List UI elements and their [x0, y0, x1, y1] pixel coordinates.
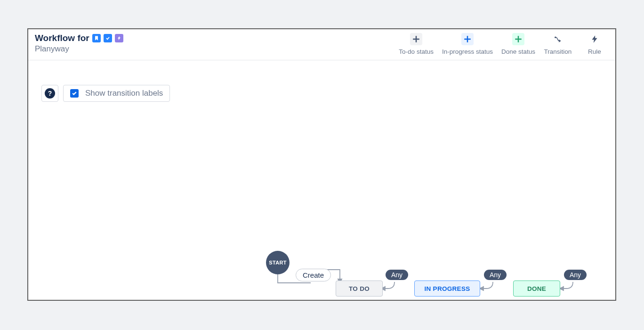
start-node[interactable]: START: [266, 251, 290, 274]
controls-row: ? Show transition labels: [41, 85, 170, 102]
title-block: Workflow for Planyway: [35, 33, 123, 54]
checkbox-checked-icon: [70, 89, 79, 98]
svg-point-0: [555, 37, 556, 38]
title-row: Workflow for: [35, 33, 123, 43]
create-transition-label[interactable]: Create: [296, 269, 331, 281]
bolt-icon: [588, 33, 601, 45]
add-done-status-button[interactable]: Done status: [501, 33, 535, 55]
show-transition-labels-toggle[interactable]: Show transition labels: [63, 85, 170, 102]
epic-type-icon: [115, 34, 123, 42]
help-button[interactable]: ?: [41, 85, 58, 102]
task-type-icon: [104, 34, 112, 42]
plus-icon: [512, 33, 524, 45]
add-rule-button[interactable]: Rule: [580, 33, 609, 55]
add-transition-button[interactable]: Transition: [544, 33, 572, 55]
help-icon: ?: [45, 88, 55, 99]
workflow-canvas[interactable]: START Create TO DO IN PROGRESS DONE Any …: [28, 105, 615, 300]
story-type-icon: [92, 34, 101, 42]
status-node-inprogress[interactable]: IN PROGRESS: [414, 280, 480, 297]
workflow-editor-panel: Workflow for Planyway To-do status: [27, 28, 616, 301]
any-transition-inprogress[interactable]: Any: [484, 270, 507, 280]
panel-header: Workflow for Planyway To-do status: [28, 29, 615, 60]
toggle-label: Show transition labels: [85, 89, 163, 98]
status-node-done[interactable]: DONE: [513, 280, 560, 297]
status-node-todo[interactable]: TO DO: [336, 280, 383, 297]
any-transition-done[interactable]: Any: [564, 270, 587, 280]
plus-icon: [410, 33, 422, 45]
plus-icon: [461, 33, 474, 45]
page-title: Workflow for: [35, 33, 89, 43]
toolbar: To-do status In-progress status Done sta…: [399, 33, 609, 55]
any-transition-todo[interactable]: Any: [386, 270, 408, 280]
transition-icon: [552, 33, 564, 45]
add-inprogress-status-button[interactable]: In-progress status: [442, 33, 493, 55]
project-name: Planyway: [35, 44, 123, 54]
add-todo-status-button[interactable]: To-do status: [399, 33, 434, 55]
